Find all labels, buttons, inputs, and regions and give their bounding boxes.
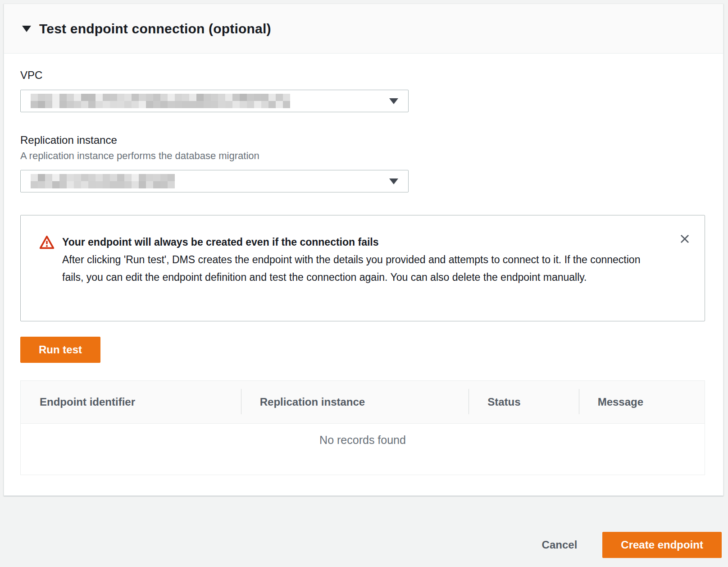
table-empty-state: No records found xyxy=(21,424,705,475)
replication-instance-field: Replication instance A replication insta… xyxy=(20,134,704,192)
close-icon[interactable] xyxy=(677,231,693,247)
run-test-button[interactable]: Run test xyxy=(20,337,100,363)
vpc-select[interactable] xyxy=(20,90,409,112)
test-endpoint-connection-panel: Test endpoint connection (optional) VPC … xyxy=(4,4,723,496)
replication-instance-description: A replication instance performs the data… xyxy=(20,150,704,162)
cancel-button[interactable]: Cancel xyxy=(542,539,578,551)
warning-alert: Your endpoint will always be created eve… xyxy=(20,215,705,321)
redacted-vpc-value xyxy=(31,94,290,108)
section-body: VPC Replication instance A replication i… xyxy=(4,54,723,475)
warning-alert-text: Your endpoint will always be created eve… xyxy=(62,233,648,321)
form-footer-actions: Cancel Create endpoint xyxy=(0,532,722,558)
table-header-row: Endpoint identifier Replication instance… xyxy=(21,381,705,424)
replication-instance-label: Replication instance xyxy=(20,134,704,146)
caret-down-icon xyxy=(389,98,398,104)
column-header-message: Message xyxy=(579,381,705,423)
column-header-replication-instance: Replication instance xyxy=(241,381,469,423)
section-title: Test endpoint connection (optional) xyxy=(39,21,271,37)
warning-alert-body: After clicking 'Run test', DMS creates t… xyxy=(62,251,648,286)
caret-down-icon xyxy=(389,178,398,184)
vpc-label: VPC xyxy=(20,69,704,82)
replication-instance-select[interactable] xyxy=(20,170,409,192)
vpc-field: VPC xyxy=(20,69,704,112)
test-results-table: Endpoint identifier Replication instance… xyxy=(20,380,705,475)
run-test-row: Run test xyxy=(20,337,704,363)
section-header-test-endpoint-connection[interactable]: Test endpoint connection (optional) xyxy=(4,4,723,54)
column-header-endpoint-identifier: Endpoint identifier xyxy=(21,381,241,423)
triangle-down-icon xyxy=(22,26,31,32)
column-header-status: Status xyxy=(469,381,578,423)
warning-alert-title: Your endpoint will always be created eve… xyxy=(62,233,648,251)
redacted-replication-instance-value xyxy=(31,174,175,188)
warning-triangle-icon xyxy=(39,234,55,321)
create-endpoint-button[interactable]: Create endpoint xyxy=(602,532,722,558)
